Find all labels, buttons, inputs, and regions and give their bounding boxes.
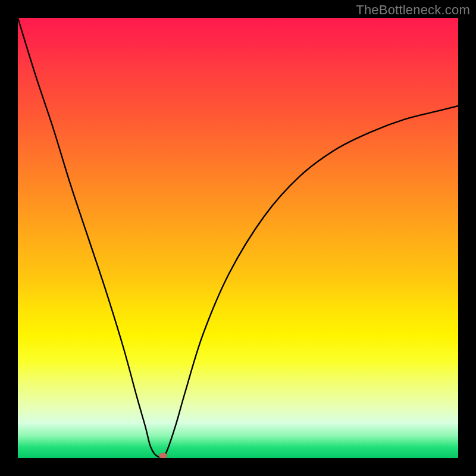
plot-area xyxy=(18,18,458,458)
bottleneck-curve xyxy=(18,18,458,458)
curve-svg xyxy=(18,18,458,458)
chart-frame: TheBottleneck.com xyxy=(0,0,476,476)
watermark-text: TheBottleneck.com xyxy=(356,2,470,18)
optimal-point-marker xyxy=(159,453,167,458)
